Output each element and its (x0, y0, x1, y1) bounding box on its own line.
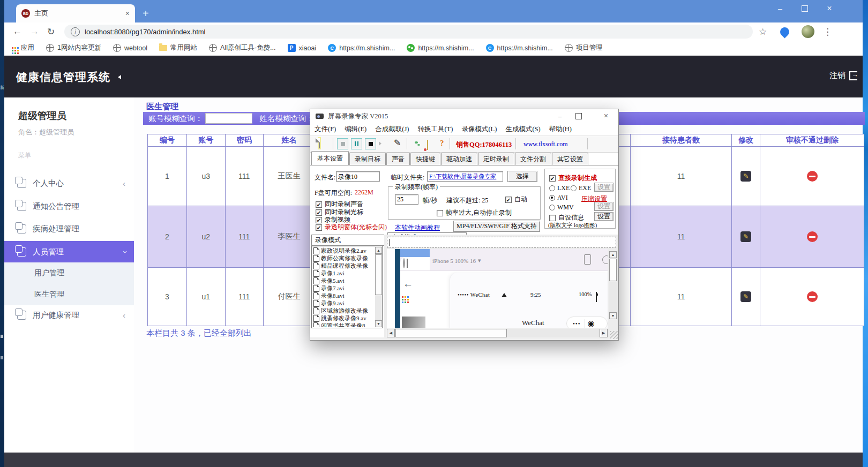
sidebar-item-personnel[interactable]: 人员管理 ‹ (4, 241, 134, 262)
file-item[interactable]: 跳蚤修改录像9.av (312, 314, 375, 322)
file-item[interactable]: 闲置书共享录像8. (312, 322, 375, 327)
browser-close-button[interactable]: × (818, 0, 841, 17)
file-item[interactable]: 教师公寓修改录像 (312, 254, 375, 262)
register-icon[interactable] (427, 140, 428, 150)
bookmark[interactable]: https://m.shishim... (407, 44, 474, 52)
bookmark[interactable]: Pxiaoai (288, 44, 317, 52)
menu-help[interactable]: 帮助(H) (545, 125, 576, 134)
scrollbar-thumb[interactable] (395, 329, 507, 337)
scrollbar-thumb[interactable] (609, 259, 617, 281)
record-icon[interactable] (337, 138, 348, 149)
edit-icon[interactable]: ✎ (740, 171, 751, 182)
scroll-down-icon[interactable]: ▼ (375, 320, 382, 327)
file-item[interactable]: 精品课程修改录像 (312, 262, 375, 269)
file-item[interactable]: 录像9.avi (312, 299, 375, 307)
browser-tab[interactable]: BD 主页 × (16, 4, 135, 22)
sidebar-item-notice[interactable]: 通知公告管理 (4, 195, 134, 217)
selection-input[interactable] (387, 237, 616, 247)
tab-driver-accel[interactable]: 驱动加速 (441, 153, 477, 165)
recording-file-list[interactable]: 家政说明录像2.av 教师公寓修改录像 精品课程修改录像 录像1.avi 录像5… (311, 246, 383, 328)
menu-file[interactable]: 文件(F) (310, 125, 340, 134)
filename-input[interactable]: 录像10 (336, 171, 380, 182)
pen-tool-icon[interactable]: ✎ (394, 138, 401, 148)
bookmark-apps[interactable]: 应用 (12, 43, 34, 52)
pause-icon[interactable] (351, 138, 362, 149)
sidebar-item-disease[interactable]: 疾病处理管理 (4, 218, 134, 239)
file-item[interactable]: 录像5.avi (312, 277, 375, 284)
tab-record-target[interactable]: 录制目标 (349, 153, 386, 165)
bookmark[interactable]: 1网站内容更新 (46, 43, 101, 52)
custom-info-settings-button[interactable]: 设置 (594, 212, 613, 221)
bookmark[interactable]: 项目管理 (565, 43, 603, 52)
logout-button[interactable]: 注销 (829, 71, 857, 81)
recorder-minimize-button[interactable]: – (552, 109, 568, 123)
menu-edit[interactable]: 编辑(E) (340, 125, 371, 134)
menu-record-mode[interactable]: 录像模式(L) (457, 125, 501, 134)
forward-icon[interactable]: → (30, 26, 39, 37)
bookmark[interactable]: All原创工具-免费... (209, 43, 275, 52)
scroll-down-icon[interactable]: ▼ (609, 312, 617, 319)
file-item[interactable]: 区域旅游修改录像 (312, 307, 375, 314)
tab-close-icon[interactable]: × (125, 9, 130, 18)
scroll-up-icon[interactable]: ▲ (609, 251, 617, 258)
format-support-button[interactable]: MP4/FLV/SWF/GIF 格式支持 (453, 221, 540, 232)
url-text[interactable]: localhost:8080/pg170/admin/index.html (85, 28, 205, 36)
lxe-radio[interactable]: LXE (549, 184, 570, 192)
overrate-stop-checkbox[interactable]: 帧率过大,自动停止录制 (437, 208, 512, 217)
tab-sound[interactable]: 声音 (386, 153, 410, 165)
new-file-icon[interactable] (319, 138, 320, 148)
new-tab-button[interactable]: + (143, 7, 149, 20)
scroll-left-icon[interactable]: ◀ (387, 329, 395, 337)
browser-maximize-button[interactable] (793, 0, 817, 17)
search-account-input[interactable] (205, 113, 252, 124)
tab-other-settings[interactable]: 其它设置 (552, 153, 588, 165)
scroll-right-icon[interactable]: ▶ (600, 329, 608, 337)
delete-icon[interactable] (807, 291, 818, 302)
choose-folder-button[interactable]: 选择 (507, 171, 537, 182)
sidebar-item-user-manage[interactable]: 用户管理 (4, 263, 134, 283)
tempdir-path[interactable]: F:\下载软件\屏幕录像专家 (427, 171, 503, 182)
direct-generate-checkbox[interactable]: ✔直接录制生成 (549, 174, 597, 183)
star-icon[interactable]: ☆ (759, 26, 767, 37)
transparent-window-checkbox[interactable]: ✔录透明窗体(光标会闪) (316, 223, 387, 232)
tutorial-link[interactable]: 本软件动画教程 (395, 223, 440, 232)
resize-grip[interactable] (610, 331, 618, 339)
recorder-close-button[interactable]: × (598, 109, 614, 123)
back-icon[interactable]: ← (13, 26, 22, 37)
website[interactable]: www.tlxsoft.com (523, 140, 568, 148)
sidebar-item-user-health[interactable]: 用户健康管理 ‹ (4, 304, 134, 326)
file-item[interactable]: 录像1.avi (312, 269, 375, 277)
menu-generate-mode[interactable]: 生成模式(S) (501, 125, 544, 134)
reload-icon[interactable]: ↻ (47, 26, 55, 37)
address-bar[interactable]: i localhost:8080/pg170/admin/index.html (64, 25, 753, 39)
fps-input[interactable]: 25 (395, 194, 418, 205)
bookmark-folder[interactable]: 常用网站 (159, 43, 197, 52)
delete-icon[interactable] (807, 171, 818, 182)
info-icon[interactable]: i (71, 27, 80, 36)
bookmark[interactable]: webtool (113, 44, 147, 52)
edit-icon[interactable]: ✎ (740, 291, 751, 302)
extension-icon[interactable] (778, 25, 791, 38)
edit-icon[interactable]: ✎ (740, 231, 751, 242)
stop-icon[interactable] (365, 138, 376, 149)
scrollbar-thumb[interactable] (375, 254, 382, 295)
recorder-maximize-button[interactable] (571, 109, 587, 123)
menu-dots-icon[interactable]: ⋮ (823, 26, 832, 37)
file-list-scrollbar[interactable]: ▲ ▼ (375, 247, 382, 327)
help-icon[interactable]: ? (440, 139, 444, 148)
file-item[interactable]: 录像8.avi (312, 292, 375, 299)
menu-composite[interactable]: 合成截取(J) (371, 125, 413, 134)
sidebar-item-doctor-manage[interactable]: 医生管理 (4, 285, 134, 304)
wmv-radio[interactable]: WMV (549, 204, 574, 212)
auto-checkbox[interactable]: ✔自动 (505, 195, 527, 204)
preview-vscrollbar[interactable]: ▲ ▼ (609, 251, 617, 319)
sidebar-item-personal-center[interactable]: 个人中心 ‹ (4, 172, 134, 194)
tab-basic-settings[interactable]: 基本设置 (311, 151, 349, 165)
delete-icon[interactable] (807, 231, 818, 242)
menu-convert[interactable]: 转换工具(T) (413, 125, 457, 134)
tab-hotkeys[interactable]: 快捷键 (410, 153, 440, 165)
custom-info-checkbox[interactable]: 自设信息 (549, 213, 584, 222)
bookmark[interactable]: Chttps://m.shishim... (486, 44, 553, 52)
preview-hscrollbar[interactable]: ◀ ▶ (387, 329, 608, 337)
browser-minimize-button[interactable]: – (768, 0, 792, 17)
